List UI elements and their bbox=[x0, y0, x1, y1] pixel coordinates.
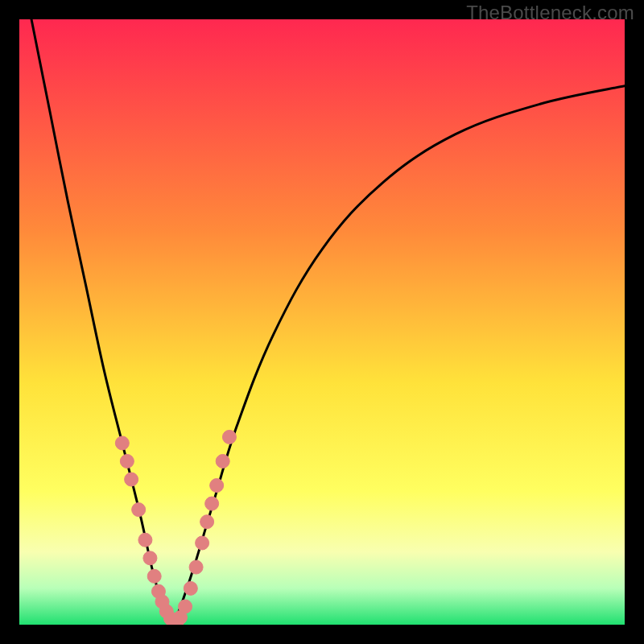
curve-right-branch bbox=[174, 86, 625, 625]
data-marker bbox=[143, 551, 157, 565]
plot-area bbox=[19, 19, 625, 625]
data-marker bbox=[138, 533, 152, 547]
data-marker bbox=[216, 454, 229, 468]
chart-svg bbox=[19, 19, 625, 625]
data-marker bbox=[120, 454, 134, 468]
data-marker bbox=[115, 436, 129, 450]
data-marker bbox=[196, 536, 209, 550]
data-marker bbox=[210, 479, 224, 493]
data-marker bbox=[205, 497, 219, 510]
data-marker bbox=[179, 600, 192, 613]
chart-frame: TheBottleneck.com bbox=[0, 0, 644, 644]
data-marker bbox=[132, 503, 146, 517]
data-marker bbox=[189, 560, 203, 574]
data-marker bbox=[184, 581, 197, 595]
data-marker bbox=[222, 430, 236, 444]
data-marker bbox=[147, 569, 161, 583]
watermark-text: TheBottleneck.com bbox=[466, 2, 634, 24]
data-marker bbox=[200, 515, 214, 529]
data-marker bbox=[125, 473, 138, 486]
curve-left-branch bbox=[31, 19, 174, 625]
data-markers bbox=[115, 430, 236, 625]
